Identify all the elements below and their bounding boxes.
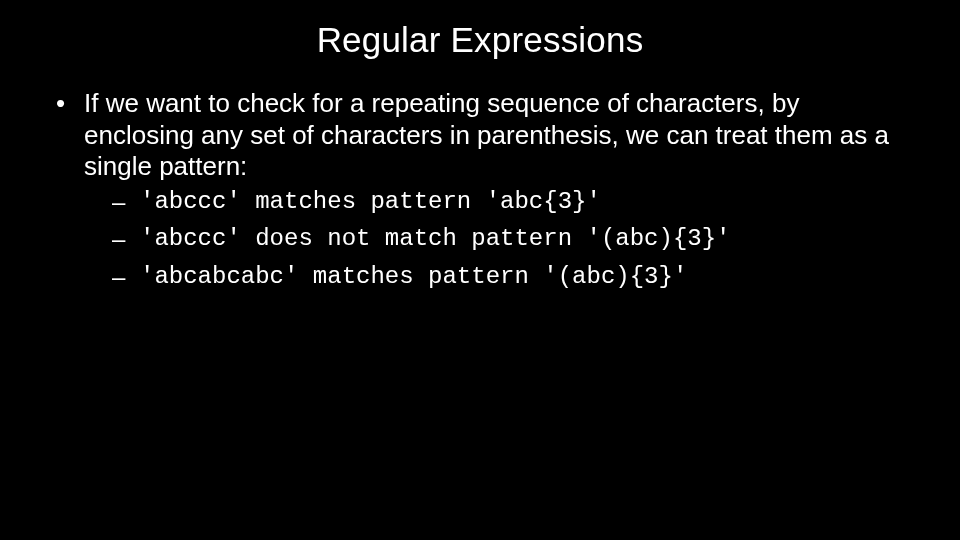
example-item: 'abcabcabc' matches pattern '(abc){3}': [112, 258, 912, 295]
example-list: 'abccc' matches pattern 'abc{3}' 'abccc'…: [84, 183, 912, 295]
bullet-text: If we want to check for a repeating sequ…: [84, 88, 889, 181]
slide-title: Regular Expressions: [48, 20, 912, 60]
bullet-list: If we want to check for a repeating sequ…: [48, 88, 912, 295]
slide: Regular Expressions If we want to check …: [0, 0, 960, 540]
bullet-item: If we want to check for a repeating sequ…: [56, 88, 912, 295]
example-item: 'abccc' matches pattern 'abc{3}': [112, 183, 912, 220]
example-item: 'abccc' does not match pattern '(abc){3}…: [112, 220, 912, 257]
